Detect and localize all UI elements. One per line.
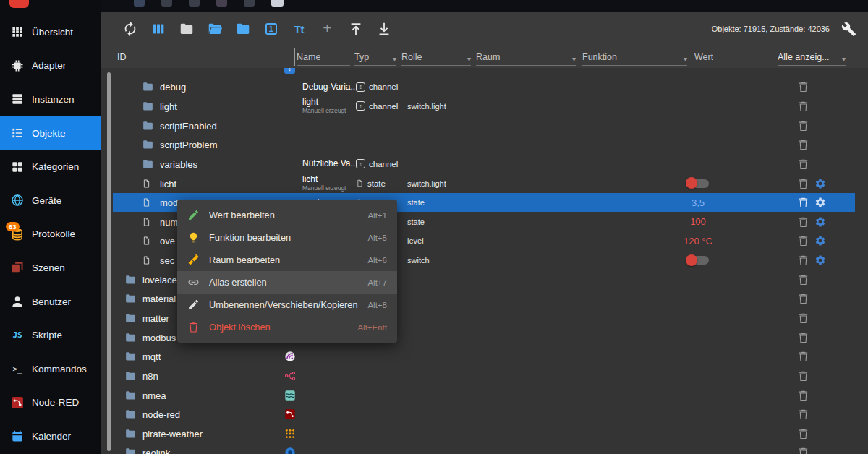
folder-icon[interactable] bbox=[142, 100, 154, 112]
delete-object-icon[interactable] bbox=[797, 177, 809, 189]
column-header-raum[interactable]: Raum ▾ bbox=[476, 46, 576, 68]
cropped-icon-1[interactable] bbox=[134, 0, 145, 7]
expand-level-1-button[interactable]: 1 bbox=[262, 20, 280, 38]
download-button[interactable] bbox=[375, 20, 393, 38]
folder-icon[interactable] bbox=[142, 81, 154, 93]
column-header-typ[interactable]: Typ ▾ bbox=[354, 46, 396, 68]
sidebar-item-kommandos[interactable]: >_ Kommandos bbox=[0, 352, 101, 386]
delete-object-icon[interactable] bbox=[797, 389, 809, 401]
toggle-switch[interactable] bbox=[687, 256, 709, 265]
sidebar-item-node-red[interactable]: Node-RED bbox=[0, 386, 101, 420]
delete-object-icon[interactable] bbox=[797, 100, 809, 112]
object-settings-gear-icon[interactable] bbox=[814, 254, 826, 266]
delete-object-icon[interactable] bbox=[797, 312, 809, 325]
sidebar-item-übersicht[interactable]: Übersicht bbox=[0, 15, 101, 49]
tree-row-debug[interactable]: debugDebug-Varia...↕channel bbox=[101, 77, 868, 97]
delete-object-icon[interactable] bbox=[797, 254, 809, 267]
delete-object-icon[interactable] bbox=[797, 139, 809, 151]
dropdown-arrow-icon[interactable]: ▾ bbox=[572, 55, 576, 63]
object-settings-gear-icon[interactable] bbox=[814, 235, 826, 247]
delete-object-icon[interactable] bbox=[797, 158, 809, 170]
cropped-icon-5[interactable] bbox=[244, 0, 255, 7]
column-header-rolle[interactable]: Rolle ▾ bbox=[401, 46, 471, 68]
sidebar-item-protokolle[interactable]: 63 Protokolle bbox=[0, 218, 101, 252]
menu-item-objekt-löschen[interactable]: Objekt löschen Alt+Entf bbox=[177, 316, 397, 338]
tree-row-reolink[interactable]: reolink bbox=[101, 443, 868, 454]
cropped-icon-4[interactable] bbox=[216, 0, 227, 7]
folder-icon[interactable] bbox=[142, 119, 154, 132]
delete-object-icon[interactable] bbox=[797, 293, 809, 305]
cropped-app-icon[interactable] bbox=[271, 0, 284, 7]
dropdown-arrow-icon[interactable]: ▾ bbox=[684, 55, 687, 63]
delete-object-icon[interactable] bbox=[797, 215, 809, 228]
state-file-icon[interactable] bbox=[142, 235, 151, 247]
dropdown-arrow-icon[interactable]: ▾ bbox=[842, 55, 846, 63]
dropdown-arrow-icon[interactable]: ▾ bbox=[467, 55, 471, 63]
object-value[interactable]: 100 bbox=[673, 212, 723, 231]
delete-object-icon[interactable] bbox=[797, 351, 809, 363]
menu-item-wert-bearbeiten[interactable]: Wert bearbeiten Alt+1 bbox=[177, 204, 397, 226]
cropped-icon-2[interactable] bbox=[161, 0, 172, 7]
folder-icon[interactable] bbox=[124, 408, 137, 421]
toggle-switch[interactable] bbox=[687, 179, 709, 188]
state-file-icon[interactable] bbox=[142, 254, 151, 266]
refresh-button[interactable] bbox=[121, 20, 139, 38]
tree-row-scriptProblem[interactable]: scriptProblem bbox=[101, 135, 868, 155]
sidebar-item-adapter[interactable]: Adapter bbox=[0, 49, 101, 83]
object-value[interactable]: 3,5 bbox=[673, 193, 723, 213]
folder-icon[interactable] bbox=[124, 427, 137, 440]
state-file-icon[interactable] bbox=[142, 197, 151, 208]
vertical-scrollbar[interactable] bbox=[107, 72, 111, 451]
app-logo[interactable] bbox=[9, 0, 29, 8]
state-file-icon[interactable] bbox=[142, 178, 151, 189]
tree-row-node-red[interactable]: node-red bbox=[101, 405, 868, 424]
sidebar-item-kategorien[interactable]: Kategorien bbox=[0, 150, 101, 184]
object-settings-gear-icon[interactable] bbox=[814, 216, 826, 228]
menu-item-umbenennen-verschieben-kopieren[interactable]: Umbenennen/Verschieben/Kopieren Alt+8 bbox=[177, 294, 397, 316]
delete-object-icon[interactable] bbox=[797, 408, 809, 421]
folder-icon[interactable] bbox=[142, 158, 154, 170]
tree-row-variables[interactable]: variablesNützliche Va...↕channel bbox=[101, 155, 868, 174]
folder-icon[interactable] bbox=[124, 369, 137, 382]
column-header-name[interactable]: Name bbox=[297, 46, 350, 68]
object-settings-gear-icon[interactable] bbox=[814, 178, 826, 189]
folder-depth-button[interactable] bbox=[234, 20, 252, 38]
sidebar-item-kalender[interactable]: Kalender bbox=[0, 419, 101, 453]
column-resize-handle[interactable] bbox=[294, 48, 295, 66]
folder-icon[interactable] bbox=[124, 351, 137, 363]
tree-row-nmea[interactable]: nmea bbox=[101, 385, 868, 405]
delete-object-icon[interactable] bbox=[797, 235, 809, 247]
delete-object-icon[interactable] bbox=[797, 331, 809, 343]
expand-folder-button[interactable] bbox=[205, 20, 224, 38]
column-header-filter[interactable]: Alle anzeig... ▾ bbox=[778, 46, 846, 68]
collapse-folder-button[interactable] bbox=[177, 20, 195, 38]
delete-object-icon[interactable] bbox=[797, 197, 809, 209]
object-value[interactable]: 120 °C bbox=[673, 231, 723, 251]
column-header-funktion[interactable]: Funktion ▾ bbox=[582, 46, 687, 68]
tree-row-partial[interactable]: ↕ bbox=[101, 68, 868, 77]
view-columns-button[interactable] bbox=[149, 20, 167, 38]
sidebar-item-szenen[interactable]: Szenen bbox=[0, 251, 101, 285]
dropdown-arrow-icon[interactable]: ▾ bbox=[393, 55, 396, 63]
upload-button[interactable] bbox=[346, 20, 365, 38]
folder-icon[interactable] bbox=[124, 331, 137, 343]
sidebar-item-objekte[interactable]: Objekte bbox=[0, 116, 101, 150]
menu-item-raum-bearbeiten[interactable]: Raum bearbeiten Alt+6 bbox=[177, 249, 397, 271]
menu-item-funktion-bearbeiten[interactable]: Funktion bearbeiten Alt+5 bbox=[177, 226, 397, 249]
tree-row-light[interactable]: lightlightManuell erzeugt↕channelswitch.… bbox=[101, 97, 868, 116]
sidebar-item-benutzer[interactable]: Benutzer bbox=[0, 285, 101, 319]
delete-object-icon[interactable] bbox=[797, 119, 809, 132]
delete-object-icon[interactable] bbox=[797, 81, 809, 93]
delete-object-icon[interactable] bbox=[797, 369, 809, 382]
cropped-icon-3[interactable] bbox=[189, 0, 200, 7]
sidebar-item-skripte[interactable]: JS Skripte bbox=[0, 318, 101, 352]
sidebar-item-geräte[interactable]: Geräte bbox=[0, 184, 101, 218]
folder-icon[interactable] bbox=[142, 139, 154, 151]
delete-object-icon[interactable] bbox=[797, 273, 809, 286]
folder-icon[interactable] bbox=[124, 293, 137, 305]
tree-row-n8n[interactable]: n8n bbox=[101, 367, 868, 386]
menu-item-alias-erstellen[interactable]: Alias erstellen Alt+7 bbox=[177, 271, 397, 294]
delete-object-icon[interactable] bbox=[797, 447, 809, 454]
tree-row-pirate-weather[interactable]: pirate-weather bbox=[101, 424, 868, 444]
delete-object-icon[interactable] bbox=[797, 427, 809, 440]
